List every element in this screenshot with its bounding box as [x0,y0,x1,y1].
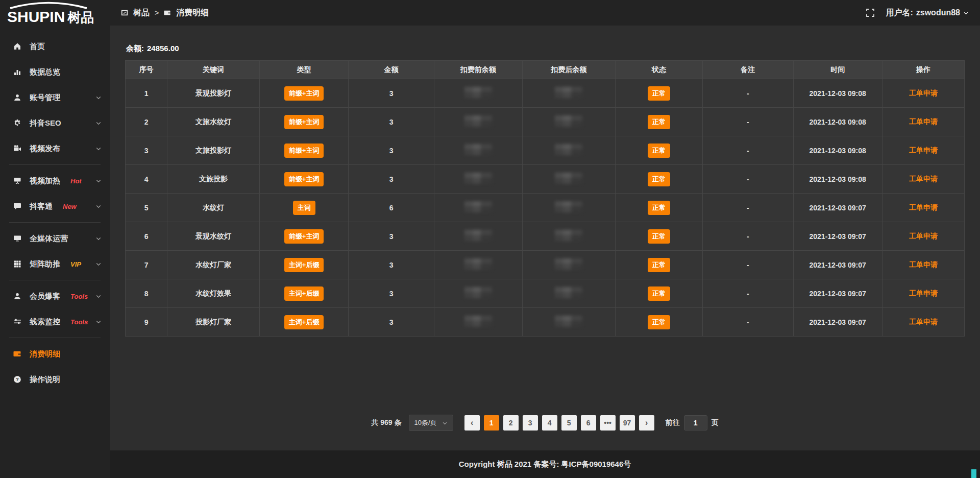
col-amount: 金额 [349,61,434,79]
work-order-link[interactable]: 工单申请 [909,175,938,183]
sidebar-item-label: 抖客通 [30,202,53,211]
cell-time: 2021-12-03 09:07 [793,251,882,279]
goto-page-input[interactable] [684,415,707,431]
type-badge: 主词+后缀 [284,286,324,301]
page-ellipsis-button[interactable]: ••• [600,415,616,431]
cell-balance-before [434,251,522,279]
page-button-1[interactable]: 1 [484,415,499,431]
cell-remark: - [703,194,794,222]
chevron-down-icon [95,94,102,101]
cell-keyword: 水纹灯 [167,194,260,222]
cell-status: 正常 [616,222,703,251]
type-badge: 前缀+主词 [284,115,324,129]
sidebar-item-video-heat[interactable]: 视频加热 Hot [0,168,110,194]
blurred-value [555,201,582,212]
cell-type: 前缀+主词 [260,108,349,136]
cell-index: 1 [126,79,167,108]
sidebar-item-member-burst[interactable]: 会员爆客 Tools [0,283,110,309]
user-menu[interactable]: 用户名: zswodun88 [886,8,969,18]
balance-value: 24856.00 [147,44,179,53]
sidebar-item-matrix-boost[interactable]: 矩阵助推 VIP [0,251,110,277]
cell-keyword: 景观投影灯 [167,79,260,108]
goto-suffix: 页 [712,418,719,427]
sidebar-item-instructions[interactable]: ? 操作说明 [0,367,110,392]
work-order-link[interactable]: 工单申请 [909,318,938,326]
cell-type: 前缀+主词 [260,79,349,108]
work-order-link[interactable]: 工单申请 [909,260,938,269]
floating-widget[interactable] [971,469,976,478]
cell-type: 前缀+主词 [260,165,349,194]
page-button-5[interactable]: 5 [561,415,577,431]
cell-status: 正常 [616,251,703,279]
sidebar-item-data-overview[interactable]: 数据总览 [0,59,110,85]
chevron-down-icon [95,261,102,267]
sidebar-item-video-publish[interactable]: 视频发布 [0,136,110,161]
work-order-link[interactable]: 工单申请 [909,89,938,97]
cell-keyword: 文旅水纹灯 [167,108,260,136]
page-size-select[interactable]: 10条/页 [409,415,453,431]
cell-index: 4 [126,165,167,194]
sidebar-item-account-management[interactable]: 账号管理 [0,85,110,110]
status-badge: 正常 [648,86,670,101]
status-badge: 正常 [648,315,670,329]
status-badge: 正常 [648,172,670,186]
work-order-link[interactable]: 工单申请 [909,117,938,126]
type-badge: 前缀+主词 [284,144,324,158]
cell-remark: - [703,251,794,279]
balance: 余额:24856.00 [126,44,965,54]
cell-status: 正常 [616,194,703,222]
breadcrumb-separator: > [155,9,159,17]
cell-balance-before [434,136,522,165]
page-button-3[interactable]: 3 [523,415,538,431]
footer: Copyright 树品 2021 备案号: 粤ICP备09019646号 [110,450,980,478]
col-keyword: 关键词 [167,61,260,79]
cell-status: 正常 [616,165,703,194]
fullscreen-icon[interactable] [866,9,874,17]
work-order-link[interactable]: 工单申请 [909,232,938,240]
new-tag: New [63,203,77,210]
cell-balance-before [434,79,522,108]
breadcrumb-item-root[interactable]: 树品 [133,8,150,18]
sidebar-item-consumption-detail[interactable]: 消费明细 [0,341,110,367]
page-button-2[interactable]: 2 [503,415,519,431]
page-button-4[interactable]: 4 [542,415,557,431]
sidebar-item-media-operation[interactable]: 全媒体运营 [0,226,110,251]
cell-action: 工单申请 [882,194,964,222]
user-icon [12,292,22,300]
table-row: 7 水纹灯厂家 主词+后缀 3 正常 - 2021-12-03 09:07 工单… [126,251,965,279]
cell-time: 2021-12-03 09:07 [793,222,882,251]
cell-amount: 3 [349,251,434,279]
cell-time: 2021-12-03 09:08 [793,108,882,136]
cell-amount: 6 [349,194,434,222]
cell-amount: 3 [349,279,434,308]
sidebar-item-home[interactable]: 首页 [0,34,110,59]
sidebar-item-douyin-seo[interactable]: 抖音SEO [0,110,110,136]
cell-type: 前缀+主词 [260,136,349,165]
board-icon [121,9,128,16]
cell-balance-after [522,136,615,165]
cell-status: 正常 [616,308,703,337]
gear-icon [12,119,22,127]
page-button-6[interactable]: 6 [581,415,596,431]
copyright-text: Copyright 树品 2021 备案号: 粤ICP备09019646号 [459,460,631,469]
prev-page-button[interactable]: ‹ [464,415,480,431]
col-time: 时间 [793,61,882,79]
work-order-link[interactable]: 工单申请 [909,203,938,211]
cell-time: 2021-12-03 09:08 [793,136,882,165]
cell-status: 正常 [616,279,703,308]
work-order-link[interactable]: 工单申请 [909,146,938,154]
cell-keyword: 景观水纹灯 [167,222,260,251]
chevron-down-icon [95,235,102,242]
video-camera-icon [12,145,22,153]
work-order-link[interactable]: 工单申请 [909,289,938,297]
page-button-97[interactable]: 97 [620,415,635,431]
sidebar-item-douketong[interactable]: 抖客通 New [0,194,110,219]
vip-tag: VIP [70,260,81,268]
next-page-button[interactable]: › [639,415,654,431]
cell-action: 工单申请 [882,136,964,165]
table-row: 6 景观水纹灯 前缀+主词 3 正常 - 2021-12-03 09:07 工单… [126,222,965,251]
cell-remark: - [703,165,794,194]
sidebar-item-lead-monitor[interactable]: 线索监控 Tools [0,309,110,334]
blurred-value [464,287,492,298]
cell-balance-after [522,279,615,308]
